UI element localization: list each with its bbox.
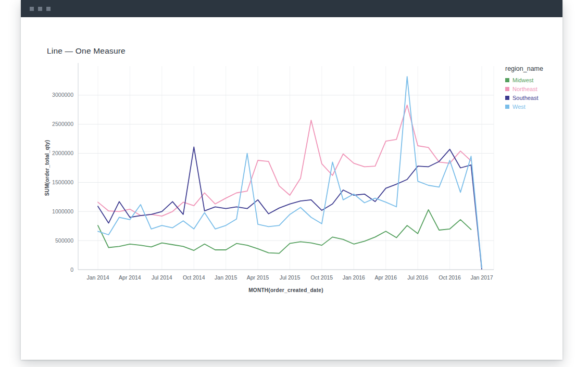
y-tick-label: 1500000 bbox=[52, 179, 73, 185]
x-tick-label: Oct 2015 bbox=[311, 274, 333, 281]
legend-swatch-icon bbox=[505, 105, 509, 109]
legend-swatch-icon bbox=[505, 87, 509, 91]
series-line-northeast[interactable] bbox=[98, 105, 471, 216]
x-tick-label: Jan 2017 bbox=[470, 274, 493, 281]
x-tick-label: Jul 2014 bbox=[152, 274, 172, 281]
legend-item-label: Northeast bbox=[512, 86, 537, 92]
y-tick-label: 2000000 bbox=[52, 150, 73, 156]
app-window: Line — One Measure 050000010000001500000… bbox=[21, 0, 562, 360]
y-tick-label: 2500000 bbox=[52, 121, 73, 127]
y-axis-label: SUM(order_total_qty) bbox=[44, 140, 50, 196]
legend-item-label: Southeast bbox=[512, 95, 539, 101]
x-tick-label: Oct 2016 bbox=[439, 274, 461, 281]
x-tick-label: Oct 2014 bbox=[183, 274, 205, 281]
x-tick-label: Jan 2014 bbox=[86, 274, 109, 281]
legend-item-label: West bbox=[512, 104, 526, 110]
line-chart-svg: 0500000100000015000002000000250000030000… bbox=[42, 59, 505, 298]
chart-title: Line — One Measure bbox=[47, 46, 562, 56]
series-line-midwest[interactable] bbox=[98, 210, 471, 254]
x-tick-label: Jan 2015 bbox=[215, 274, 237, 281]
legend-items: MidwestNortheastSoutheastWest bbox=[505, 77, 561, 110]
x-tick-label: Apr 2016 bbox=[374, 274, 397, 281]
y-tick-label: 500000 bbox=[55, 237, 73, 244]
legend-swatch-icon bbox=[505, 78, 509, 82]
y-tick-label: 3000000 bbox=[52, 92, 73, 98]
chart-card: Line — One Measure 050000010000001500000… bbox=[21, 17, 562, 298]
legend-item-northeast[interactable]: Northeast bbox=[505, 86, 561, 92]
window-button-icon[interactable] bbox=[46, 7, 51, 11]
window-titlebar bbox=[21, 0, 562, 17]
plot-area: 0500000100000015000002000000250000030000… bbox=[42, 59, 505, 298]
y-tick-label: 0 bbox=[70, 267, 73, 273]
x-tick-label: Jul 2015 bbox=[280, 274, 301, 281]
legend-title: region_name bbox=[505, 65, 561, 72]
x-tick-label: Apr 2015 bbox=[247, 274, 269, 281]
legend-item-west[interactable]: West bbox=[505, 104, 561, 110]
x-axis-label: MONTH(order_created_date) bbox=[248, 287, 323, 293]
window-button-icon[interactable] bbox=[30, 7, 34, 11]
y-tick-label: 1000000 bbox=[52, 208, 73, 214]
x-tick-label: Apr 2014 bbox=[119, 274, 141, 281]
window-button-icon[interactable] bbox=[38, 7, 42, 11]
legend-swatch-icon bbox=[505, 96, 509, 100]
legend-item-label: Midwest bbox=[512, 77, 533, 83]
x-tick-label: Jan 2016 bbox=[343, 274, 365, 281]
x-tick-label: Jul 2016 bbox=[407, 274, 428, 281]
legend: region_name MidwestNortheastSoutheastWes… bbox=[505, 59, 561, 298]
legend-item-midwest[interactable]: Midwest bbox=[505, 77, 561, 83]
legend-item-southeast[interactable]: Southeast bbox=[505, 95, 561, 101]
